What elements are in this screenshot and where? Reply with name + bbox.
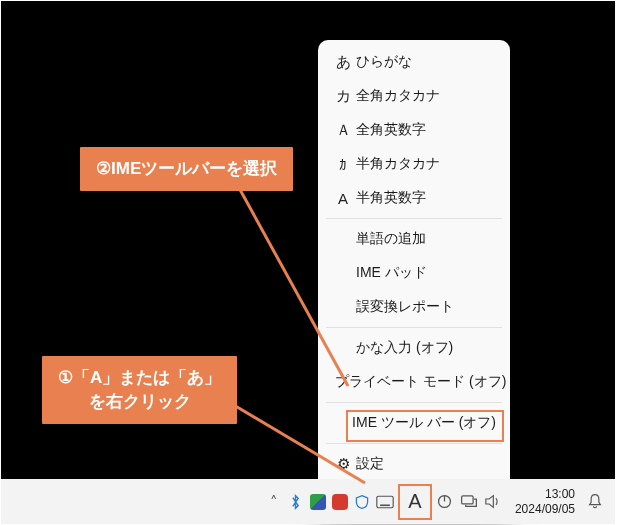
halfwidth-a-icon: A (330, 190, 356, 207)
menu-label: 設定 (356, 455, 496, 473)
menu-label: ひらがな (356, 53, 496, 71)
callout1-line2: を右クリック (89, 392, 191, 411)
annotation-callout-1: ①「A」または「あ」 を右クリック (42, 356, 237, 424)
notifications-icon[interactable] (581, 493, 609, 510)
menu-label: IME パッド (356, 264, 496, 282)
volume-icon[interactable] (481, 479, 505, 524)
callout1-line1: ①「A」または「あ」 (58, 368, 221, 387)
menu-label: 単語の追加 (356, 230, 496, 248)
menu-label: 誤変換レポート (356, 298, 496, 316)
menu-item-halfwidth-katakana[interactable]: ｶ 半角カタカナ (318, 147, 510, 181)
app-tray-icon-1[interactable] (307, 479, 329, 524)
halfwidth-kana-icon: ｶ (330, 156, 356, 173)
menu-label: IME ツール バー (オフ) (352, 414, 496, 432)
taskbar: ˄ A 13:00 2024/09/05 (1, 479, 615, 524)
menu-item-fullwidth-alnum[interactable]: Ａ 全角英数字 (318, 113, 510, 147)
menu-item-halfwidth-alnum[interactable]: A 半角英数字 (318, 181, 510, 215)
gear-icon: ⚙ (330, 455, 356, 473)
system-tray: ˄ A 13:00 2024/09/05 (263, 479, 615, 524)
menu-item-ime-toolbar[interactable]: • IME ツール バー (オフ) (318, 406, 510, 440)
menu-item-hiragana[interactable]: あ ひらがな (318, 45, 510, 79)
menu-separator (326, 327, 502, 328)
menu-label: 全角カタカナ (356, 87, 496, 105)
menu-item-add-word[interactable]: • 単語の追加 (318, 222, 510, 256)
menu-label: 半角カタカナ (356, 155, 496, 173)
ime-context-menu: あ ひらがな カ 全角カタカナ Ａ 全角英数字 ｶ 半角カタカナ A 半角英数字… (318, 40, 510, 520)
menu-item-private-mode[interactable]: • プライベート モード (オフ) (318, 365, 510, 399)
menu-separator (326, 218, 502, 219)
clock[interactable]: 13:00 2024/09/05 (505, 487, 581, 517)
menu-label: 半角英数字 (356, 189, 496, 207)
menu-separator (326, 443, 502, 444)
annotation-callout-2: ②IMEツールバーを選択 (80, 147, 293, 191)
app-tray-icon-2[interactable] (329, 479, 351, 524)
fullwidth-a-icon: Ａ (330, 121, 356, 140)
bluetooth-icon[interactable] (285, 479, 307, 524)
katakana-icon: カ (330, 87, 356, 106)
hiragana-icon: あ (330, 53, 356, 72)
menu-item-kana-input[interactable]: • かな入力 (オフ) (318, 331, 510, 365)
svg-rect-4 (462, 496, 473, 504)
menu-label: プライベート モード (オフ) (335, 373, 506, 391)
keyboard-layout-icon[interactable] (373, 479, 397, 524)
svg-rect-1 (380, 504, 390, 506)
clock-time: 13:00 (545, 487, 575, 502)
security-icon[interactable] (351, 479, 373, 524)
clock-date: 2024/09/05 (515, 502, 575, 517)
network-icon[interactable] (457, 479, 481, 524)
menu-label: 全角英数字 (356, 121, 496, 139)
menu-item-settings[interactable]: ⚙ 設定 (318, 447, 510, 481)
power-icon[interactable] (433, 479, 457, 524)
menu-item-misconversion-report[interactable]: • 誤変換レポート (318, 290, 510, 324)
menu-separator (326, 402, 502, 403)
menu-label: かな入力 (オフ) (356, 339, 496, 357)
menu-item-fullwidth-katakana[interactable]: カ 全角カタカナ (318, 79, 510, 113)
menu-item-ime-pad[interactable]: • IME パッド (318, 256, 510, 290)
chevron-up-icon[interactable]: ˄ (263, 479, 285, 524)
ime-mode-indicator[interactable]: A (398, 484, 432, 520)
